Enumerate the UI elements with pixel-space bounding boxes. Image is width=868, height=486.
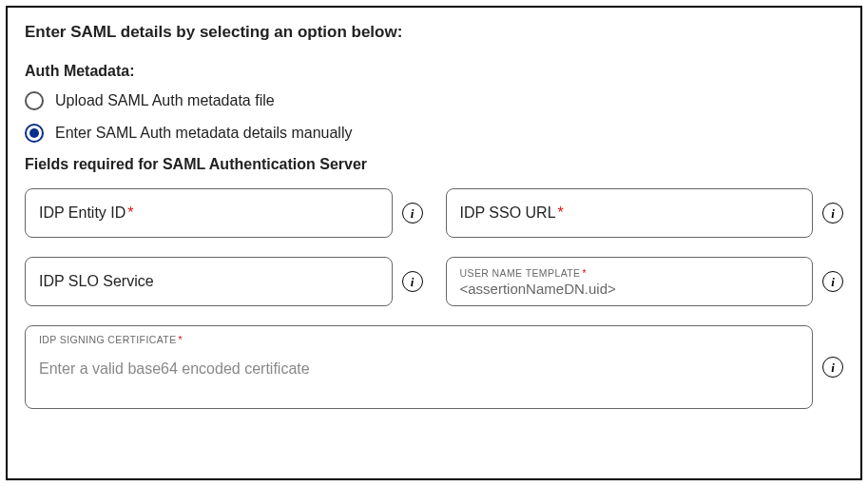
username-template-input[interactable]: USER NAME TEMPLATE* <assertionNameDN.uid… [446,257,814,306]
idp-slo-service-input[interactable]: IDP SLO Service [25,257,393,306]
field-row: IDP Entity ID* IDP SSO URL* [25,188,843,238]
radio-label: Upload SAML Auth metadata file [55,92,275,109]
fields-required-heading: Fields required for SAML Authentication … [25,156,843,173]
field-group-username-template: USER NAME TEMPLATE* <assertionNameDN.uid… [446,257,844,306]
saml-config-panel: Enter SAML details by selecting an optio… [6,6,862,480]
auth-metadata-label: Auth Metadata: [25,63,843,80]
field-row: IDP SIGNING CERTIFICATE* Enter a valid b… [25,325,843,409]
idp-entity-id-input[interactable]: IDP Entity ID* [25,188,393,238]
info-icon[interactable] [822,357,843,378]
field-value: <assertionNameDN.uid> [460,281,616,297]
info-icon[interactable] [402,271,423,292]
field-group-idp-signing-cert: IDP SIGNING CERTIFICATE* Enter a valid b… [25,325,843,409]
radio-dot-icon [29,128,39,138]
field-float-label: USER NAME TEMPLATE* [460,267,588,279]
info-icon[interactable] [402,203,423,224]
info-icon[interactable] [822,271,843,292]
radio-label: Enter SAML Auth metadata details manuall… [55,125,352,142]
field-float-label: IDP SIGNING CERTIFICATE* [39,334,799,345]
radio-checked-icon [25,124,44,143]
panel-heading: Enter SAML details by selecting an optio… [25,23,843,42]
radio-upload-metadata[interactable]: Upload SAML Auth metadata file [25,91,843,110]
field-group-idp-slo: IDP SLO Service [25,257,423,306]
idp-sso-url-input[interactable]: IDP SSO URL* [446,188,814,238]
field-group-idp-sso-url: IDP SSO URL* [446,188,844,238]
field-group-idp-entity-id: IDP Entity ID* [25,188,423,238]
field-placeholder: Enter a valid base64 encoded certificate [39,360,799,378]
info-icon[interactable] [822,203,843,224]
radio-manual-metadata[interactable]: Enter SAML Auth metadata details manuall… [25,124,843,143]
idp-signing-certificate-input[interactable]: IDP SIGNING CERTIFICATE* Enter a valid b… [25,325,813,409]
field-row: IDP SLO Service USER NAME TEMPLATE* <ass… [25,257,843,306]
radio-unchecked-icon [25,91,44,110]
field-placeholder-label: IDP SSO URL* [460,204,564,222]
field-placeholder-label: IDP Entity ID* [39,204,134,222]
field-placeholder-label: IDP SLO Service [39,273,154,290]
